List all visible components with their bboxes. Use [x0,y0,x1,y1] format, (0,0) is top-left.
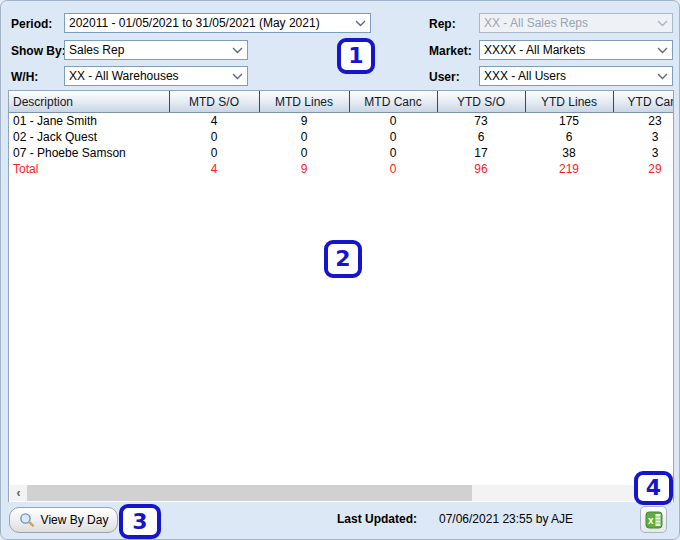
value-cell: 29 [613,161,674,177]
svg-text:x: x [648,515,654,526]
column-header-ytd-s-o[interactable]: YTD S/O [437,91,525,113]
value-cell: 3 [613,145,674,161]
status-bar: View By Day Last Updated: 07/06/2021 23:… [2,502,678,538]
table-header-row: DescriptionMTD S/OMTD LinesMTD CancYTD S… [9,91,674,113]
view-by-day-button[interactable]: View By Day [9,507,118,533]
scrollbar-thumb[interactable] [27,485,472,501]
value-cell: 17 [437,145,525,161]
value-cell: 0 [259,145,349,161]
annotation-marker-2: 2 [324,240,362,278]
column-header-mtd-lines[interactable]: MTD Lines [259,91,349,113]
column-header-ytd-canc[interactable]: YTD Canc [613,91,674,113]
scroll-left-arrow-icon[interactable]: ‹ [10,485,27,501]
chevron-down-icon [657,20,668,27]
value-cell: 73 [437,113,525,130]
value-cell: 219 [525,161,613,177]
view-by-day-label: View By Day [41,513,109,527]
description-cell: 01 - Jane Smith [9,113,169,130]
show-by-value: Sales Rep [69,43,228,57]
value-cell: 0 [169,129,259,145]
description-cell: 07 - Phoebe Samson [9,145,169,161]
user-dropdown[interactable]: XXX - All Users [479,66,673,86]
show-by-dropdown[interactable]: Sales Rep [64,40,248,60]
period-dropdown[interactable]: 202011 - 01/05/2021 to 31/05/2021 (May 2… [64,13,371,33]
sales-grid: DescriptionMTD S/OMTD LinesMTD CancYTD S… [9,91,674,177]
last-updated-value: 07/06/2021 23:55 by AJE [439,512,573,526]
export-excel-button[interactable]: x [640,506,667,533]
warehouse-label: W/H: [11,70,38,84]
market-dropdown[interactable]: XXXX - All Markets [479,40,673,60]
value-cell: 3 [613,129,674,145]
magnifier-icon [19,512,35,528]
chevron-down-icon [657,47,668,54]
value-cell: 23 [613,113,674,130]
sales-dashboard-window: Period: 202011 - 01/05/2021 to 31/05/202… [0,0,680,540]
description-cell: Total [9,161,169,177]
value-cell: 6 [525,129,613,145]
value-cell: 0 [349,161,437,177]
table-row[interactable]: 02 - Jack Quest000663 [9,129,674,145]
value-cell: 175 [525,113,613,130]
rep-dropdown: XX - All Sales Reps [479,13,673,33]
value-cell: 0 [259,129,349,145]
value-cell: 6 [437,129,525,145]
market-value: XXXX - All Markets [484,43,653,57]
table-row[interactable]: 07 - Phoebe Samson00017383 [9,145,674,161]
description-cell: 02 - Jack Quest [9,129,169,145]
user-label: User: [429,70,460,84]
horizontal-scrollbar[interactable]: ‹ › [10,485,672,501]
chevron-down-icon [232,73,243,80]
value-cell: 0 [349,129,437,145]
chevron-down-icon [657,73,668,80]
value-cell: 4 [169,113,259,130]
warehouse-value: XX - All Warehouses [69,69,228,83]
value-cell: 9 [259,113,349,130]
column-header-mtd-s-o[interactable]: MTD S/O [169,91,259,113]
last-updated-label: Last Updated: [337,512,417,526]
value-cell: 38 [525,145,613,161]
table-row[interactable]: 01 - Jane Smith4907317523 [9,113,674,130]
period-label: Period: [11,17,52,31]
warehouse-dropdown[interactable]: XX - All Warehouses [64,66,248,86]
market-label: Market: [429,44,472,58]
column-header-description[interactable]: Description [9,91,169,113]
rep-value: XX - All Sales Reps [484,16,653,30]
value-cell: 4 [169,161,259,177]
value-cell: 96 [437,161,525,177]
total-row: Total4909621929 [9,161,674,177]
chevron-down-icon [355,20,366,27]
value-cell: 0 [349,145,437,161]
annotation-marker-1: 1 [337,38,375,74]
annotation-marker-4: 4 [634,471,673,505]
rep-label: Rep: [429,17,456,31]
value-cell: 9 [259,161,349,177]
column-header-mtd-canc[interactable]: MTD Canc [349,91,437,113]
user-value: XXX - All Users [484,69,653,83]
value-cell: 0 [169,145,259,161]
column-header-ytd-lines[interactable]: YTD Lines [525,91,613,113]
annotation-marker-3: 3 [119,504,161,539]
show-by-label: Show By: [11,44,66,58]
value-cell: 0 [349,113,437,130]
results-table: DescriptionMTD S/OMTD LinesMTD CancYTD S… [8,90,674,503]
period-value: 202011 - 01/05/2021 to 31/05/2021 (May 2… [69,16,351,30]
excel-export-icon: x [645,511,663,529]
chevron-down-icon [232,47,243,54]
